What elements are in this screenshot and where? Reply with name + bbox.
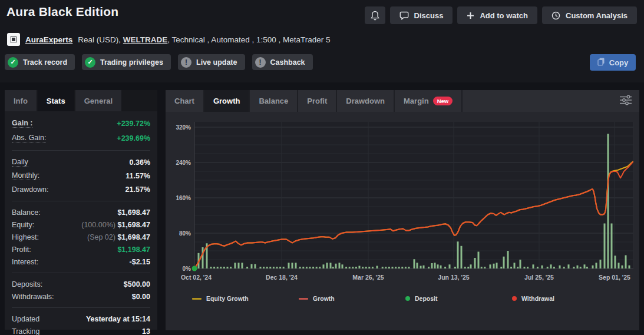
stat-label[interactable]: Monthly: xyxy=(12,171,39,180)
badge-track-record[interactable]: ✓Track record xyxy=(5,54,75,70)
x-tick-label: Sep 01, '25 xyxy=(599,274,630,281)
deposit-bar xyxy=(481,267,483,268)
x-axis-labels: Oct 02, '24Dec 18, '24Mar 26, '25Jun 13,… xyxy=(181,274,630,281)
deposit-bar xyxy=(342,264,344,268)
deposit-bar xyxy=(299,267,301,268)
tab-stats[interactable]: Stats xyxy=(38,90,74,111)
deposit-bar xyxy=(210,267,212,268)
tab-profit[interactable]: Profit xyxy=(298,90,337,112)
tab-general[interactable]: General xyxy=(75,90,121,111)
legend-withdrawal[interactable]: Withdrawal xyxy=(512,295,619,302)
deposit-bar xyxy=(586,267,588,268)
deposit-bar xyxy=(600,260,602,268)
deposit-bar xyxy=(428,267,430,268)
y-tick-label: 240% xyxy=(176,160,191,166)
deposit-bar xyxy=(288,263,290,268)
account-subtitle: AuraExperts Real (USD), WELTRADE, Techni… xyxy=(7,33,331,46)
stat-value: 11.57% xyxy=(126,172,150,180)
add-to-watch-label: Add to watch xyxy=(480,11,528,20)
tab-drawdown[interactable]: Drawdown xyxy=(337,90,395,112)
stat-label[interactable]: Gain : xyxy=(12,119,32,128)
deposit-bar xyxy=(547,267,549,268)
deposit-bar xyxy=(359,266,361,269)
badge-label: Live update xyxy=(196,58,237,67)
stat-value: +239.72% xyxy=(117,120,150,128)
deposit-bar xyxy=(414,259,415,268)
deposit-bar xyxy=(484,267,486,268)
stat-label: Withdrawals: xyxy=(12,293,54,301)
deposit-bar xyxy=(568,264,570,268)
deposit-bar xyxy=(316,267,318,268)
notifications-button[interactable] xyxy=(365,6,385,24)
custom-analysis-button[interactable]: Custom Analysis xyxy=(542,6,637,24)
legend-deposit[interactable]: Deposit xyxy=(405,295,512,302)
stat-value: 21.57% xyxy=(126,185,150,194)
account-details: Real (USD), WELTRADE, Technical , Automa… xyxy=(78,35,330,44)
check-icon: ✓ xyxy=(85,57,95,68)
legend-growth[interactable]: Growth xyxy=(299,295,405,302)
tab-label: Chart xyxy=(174,97,194,105)
stats-panel: InfoStatsGeneral Gain :+239.72%Abs. Gain… xyxy=(5,90,157,330)
stat-row-deposits: Deposits:$500.00 xyxy=(12,278,150,290)
copy-button[interactable]: Copy xyxy=(590,54,636,71)
plus-icon xyxy=(467,12,474,19)
deposit-bar xyxy=(514,263,516,268)
deposit-bar xyxy=(615,256,616,268)
chart-tabs: ChartGrowthBalanceProfitDrawdownMarginNe… xyxy=(166,90,639,112)
x-tick-label: Oct 02, '24 xyxy=(181,274,212,281)
legend-equity-growth[interactable]: Equity Growth xyxy=(192,295,299,302)
badge-cashback[interactable]: !Cashback xyxy=(252,54,313,70)
tab-chart[interactable]: Chart xyxy=(166,90,204,112)
deposit-bar xyxy=(503,257,505,268)
deposit-bar xyxy=(273,267,275,268)
deposit-bar xyxy=(302,267,304,268)
deposit-bar xyxy=(339,263,341,268)
deposit-bar xyxy=(309,267,311,268)
legend-label: Deposit xyxy=(415,295,438,302)
chart-settings-button[interactable] xyxy=(618,94,633,109)
tab-info[interactable]: Info xyxy=(5,90,37,111)
stat-row-equity: Equity:(100.00%) $1,698.47 xyxy=(12,218,150,231)
broker-link[interactable]: WELTRADE xyxy=(123,35,168,44)
stat-label: Tracking xyxy=(12,327,39,335)
deposit-bar xyxy=(355,267,357,268)
stats-tabs: InfoStatsGeneral xyxy=(5,90,157,111)
deposit-bar xyxy=(388,267,390,268)
deposit-bar xyxy=(423,266,425,268)
deposit-bar xyxy=(457,241,459,268)
stat-value: 0.36% xyxy=(130,158,150,167)
deposit-bar xyxy=(242,263,243,268)
y-tick-label: 160% xyxy=(176,195,191,201)
deposit-bar xyxy=(417,263,418,268)
speech-bubble-icon xyxy=(399,11,409,20)
deposit-bar xyxy=(235,263,236,268)
stat-label[interactable]: Abs. Gain: xyxy=(12,134,46,142)
deposit-bar xyxy=(392,267,394,268)
custom-analysis-label: Custom Analysis xyxy=(566,11,628,20)
discuss-button[interactable]: Discuss xyxy=(390,6,453,24)
stat-value-note: (Sep 02) xyxy=(87,233,117,241)
stats-body: Gain :+239.72%Abs. Gain:+239.69%Daily0.3… xyxy=(5,111,157,335)
top-actions: Discuss Add to watch Custom Analysis xyxy=(365,6,637,24)
deposit-bar xyxy=(420,266,422,269)
account-name-link[interactable]: AuraExperts xyxy=(25,35,72,44)
y-tick-label: 320% xyxy=(176,124,191,131)
tab-margin[interactable]: MarginNew xyxy=(395,90,463,112)
badge-label: Track record xyxy=(23,58,67,67)
stat-value: 13 xyxy=(142,327,150,335)
account-logo-icon xyxy=(10,36,17,43)
stat-value: -$2.15 xyxy=(130,258,150,266)
deposit-bar xyxy=(541,266,543,268)
badge-live-update[interactable]: !Live update xyxy=(178,54,245,70)
tab-balance[interactable]: Balance xyxy=(250,90,298,112)
stat-value: $1,198.47 xyxy=(117,246,150,254)
tab-growth[interactable]: Growth xyxy=(204,90,250,112)
legend-dot-swatch xyxy=(405,296,410,301)
legend-line-swatch xyxy=(299,298,308,300)
stat-label[interactable]: Daily xyxy=(12,158,28,167)
start-marker xyxy=(192,266,197,271)
badge-trading-privileges[interactable]: ✓Trading privileges xyxy=(82,54,171,70)
add-to-watch-button[interactable]: Add to watch xyxy=(457,6,537,24)
tab-label: Growth xyxy=(213,97,240,105)
account-type: Real (USD), xyxy=(78,35,121,44)
